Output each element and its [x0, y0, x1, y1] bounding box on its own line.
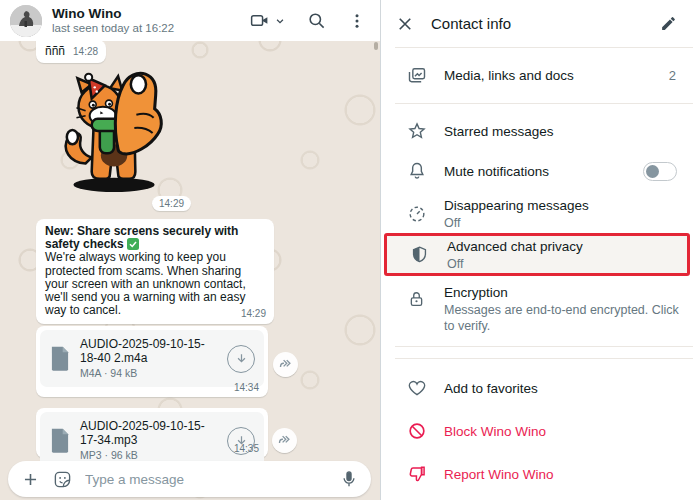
message-text: ñññ	[45, 45, 65, 58]
block-label: Block Wino Wino	[444, 423, 693, 440]
encryption-desc: Messages are end-to-end encrypted. Click…	[444, 302, 682, 334]
report-label: Report Wino Wino	[444, 466, 693, 483]
add-to-favorites-row[interactable]: Add to favorites	[381, 375, 693, 401]
notice-body: We're always working to keep you protect…	[45, 251, 265, 317]
lock-icon	[407, 290, 427, 309]
star-icon	[407, 121, 427, 141]
mute-notifications-row[interactable]: Mute notifications	[381, 158, 693, 184]
bell-icon	[407, 161, 427, 181]
block-contact-row[interactable]: Block Wino Wino	[381, 418, 693, 444]
file-attachment[interactable]: AUDIO-2025-09-10-15-18-40 2.m4a M4A · 94…	[40, 330, 264, 387]
media-icon	[407, 65, 427, 85]
avatar-tree-image	[10, 5, 42, 37]
divider	[395, 47, 693, 48]
file-name: AUDIO-2025-09-10-15-18-40 2.m4a	[80, 337, 218, 365]
media-count: 2	[669, 68, 676, 83]
edit-pencil-icon[interactable]	[660, 15, 677, 32]
contact-name: Wino Wino	[52, 6, 249, 22]
forward-button[interactable]	[272, 428, 297, 453]
check-badge-icon	[127, 238, 139, 250]
disappearing-messages-row[interactable]: Disappearing messages Off	[381, 196, 693, 232]
media-label: Media, links and docs	[444, 67, 652, 84]
forward-icon	[278, 357, 293, 372]
encryption-texts: Encryption Messages are end-to-end encry…	[444, 284, 682, 334]
message-time: 14:34	[234, 381, 259, 394]
message-time: 14:28	[73, 45, 98, 58]
sticker-picker-icon[interactable]	[53, 470, 72, 489]
kebab-menu-icon[interactable]	[348, 12, 366, 30]
close-icon[interactable]	[396, 15, 414, 33]
starred-label: Starred messages	[444, 123, 693, 140]
encryption-label: Encryption	[444, 284, 682, 301]
contact-avatar[interactable]	[10, 5, 42, 37]
contact-info-panel: Contact info Media, links and docs 2	[381, 0, 693, 500]
timer-icon	[407, 204, 427, 224]
starred-messages-row[interactable]: Starred messages	[381, 118, 693, 144]
heart-icon	[407, 378, 427, 398]
advanced-texts: Advanced chat privacy Off	[447, 238, 687, 272]
divider	[395, 346, 693, 347]
chat-scrollbar[interactable]	[374, 42, 378, 50]
favorites-label: Add to favorites	[444, 380, 693, 397]
file-icon	[49, 427, 71, 454]
microphone-icon[interactable]	[340, 470, 358, 488]
thumbs-down-icon	[407, 464, 427, 484]
contact-header-info[interactable]: Wino Wino last seen today at 16:22	[52, 6, 249, 35]
disappearing-label: Disappearing messages	[444, 197, 693, 214]
advanced-chat-privacy-row[interactable]: Advanced chat privacy Off	[384, 233, 690, 276]
message-bubble-notice[interactable]: New: Share screens securely with safety …	[36, 219, 274, 324]
video-call-icon	[249, 10, 270, 31]
download-button[interactable]	[227, 345, 255, 373]
panel-title: Contact info	[431, 15, 660, 32]
video-call-button[interactable]	[249, 10, 285, 31]
cat-thumbs-up-sticker[interactable]	[55, 64, 169, 196]
advanced-state: Off	[447, 256, 687, 272]
message-bubble-audio-file[interactable]: AUDIO-2025-09-10-15-17-34.mp3 MP3 · 96 k…	[36, 408, 268, 458]
file-meta: M4A · 94 kB	[80, 367, 218, 380]
file-icon	[49, 345, 71, 372]
search-icon[interactable]	[307, 11, 326, 30]
message-input[interactable]	[85, 472, 327, 487]
chat-header: Wino Wino last seen today at 16:22	[0, 0, 380, 41]
forward-button[interactable]	[273, 352, 298, 377]
encryption-row[interactable]: Encryption Messages are end-to-end encry…	[381, 281, 693, 337]
message-time: 14:29	[241, 307, 266, 320]
chat-pane: Wino Wino last seen today at 16:22	[0, 0, 381, 500]
advanced-label: Advanced chat privacy	[447, 238, 687, 255]
contact-last-seen: last seen today at 16:22	[52, 22, 249, 35]
disappearing-state: Off	[444, 215, 693, 231]
disappearing-texts: Disappearing messages Off	[444, 197, 693, 231]
chevron-down-icon	[275, 16, 285, 26]
message-time: 14:35	[234, 442, 259, 455]
attach-plus-icon[interactable]	[21, 470, 40, 489]
toggle-knob	[646, 165, 659, 178]
panel-header: Contact info	[381, 0, 693, 47]
notice-heading: New: Share screens securely with safety …	[45, 224, 238, 251]
forward-icon	[277, 433, 292, 448]
shield-icon	[410, 245, 430, 264]
file-details: AUDIO-2025-09-10-15-17-34.mp3 MP3 · 96 k…	[80, 419, 218, 462]
media-links-docs-row[interactable]: Media, links and docs 2	[381, 58, 693, 92]
download-icon	[234, 351, 249, 366]
file-name: AUDIO-2025-09-10-15-17-34.mp3	[80, 419, 218, 447]
file-details: AUDIO-2025-09-10-15-18-40 2.m4a M4A · 94…	[80, 337, 218, 380]
mute-label: Mute notifications	[444, 163, 626, 180]
message-composer	[8, 461, 371, 497]
message-bubble-audio-file[interactable]: AUDIO-2025-09-10-15-18-40 2.m4a M4A · 94…	[36, 326, 268, 397]
message-bubble-text[interactable]: ñññ 14:28	[36, 40, 106, 63]
report-contact-row[interactable]: Report Wino Wino	[381, 461, 693, 487]
divider	[395, 103, 693, 104]
sticker-time-pill: 14:29	[152, 196, 191, 211]
whatsapp-window: Wino Wino last seen today at 16:22	[0, 0, 694, 500]
mute-toggle[interactable]	[643, 162, 677, 181]
chat-header-actions	[249, 10, 366, 31]
block-icon	[407, 421, 427, 441]
divider	[395, 358, 693, 359]
